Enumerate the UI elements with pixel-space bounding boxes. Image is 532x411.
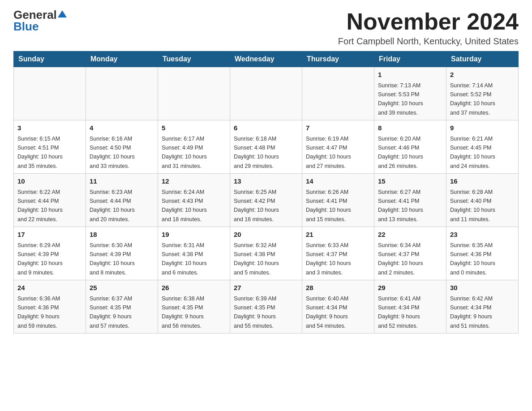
calendar-cell: 28Sunrise: 6:40 AMSunset: 4:34 PMDayligh… [302,280,374,334]
day-info: Sunrise: 7:13 AMSunset: 5:53 PMDaylight:… [378,82,423,116]
day-info: Sunrise: 6:20 AMSunset: 4:46 PMDaylight:… [378,136,423,169]
day-number: 5 [162,123,226,133]
day-info: Sunrise: 6:21 AMSunset: 4:45 PMDaylight:… [450,136,495,169]
location-title: Fort Campbell North, Kentucky, United St… [338,36,519,47]
weekday-header-row: SundayMondayTuesdayWednesdayThursdayFrid… [14,51,519,67]
day-number: 18 [90,230,154,240]
day-number: 25 [90,283,154,293]
day-info: Sunrise: 6:32 AMSunset: 4:38 PMDaylight:… [234,242,279,276]
calendar-week-row: 17Sunrise: 6:29 AMSunset: 4:39 PMDayligh… [14,227,519,280]
calendar-cell: 20Sunrise: 6:32 AMSunset: 4:38 PMDayligh… [230,227,302,280]
calendar-cell: 16Sunrise: 6:28 AMSunset: 4:40 PMDayligh… [446,174,519,227]
logo-blue-text: Blue [13,21,39,32]
day-number: 29 [378,283,442,293]
day-info: Sunrise: 6:28 AMSunset: 4:40 PMDaylight:… [450,189,495,223]
calendar-cell: 3Sunrise: 6:15 AMSunset: 4:51 PMDaylight… [14,120,86,174]
day-info: Sunrise: 7:14 AMSunset: 5:52 PMDaylight:… [450,82,495,116]
day-info: Sunrise: 6:40 AMSunset: 4:34 PMDaylight:… [306,295,348,329]
day-number: 11 [90,176,154,187]
day-info: Sunrise: 6:22 AMSunset: 4:44 PMDaylight:… [17,189,63,223]
day-info: Sunrise: 6:17 AMSunset: 4:49 PMDaylight:… [162,136,207,169]
day-info: Sunrise: 6:31 AMSunset: 4:38 PMDaylight:… [162,242,207,276]
day-number: 19 [162,230,226,240]
calendar-week-row: 10Sunrise: 6:22 AMSunset: 4:44 PMDayligh… [14,174,519,227]
calendar-cell: 10Sunrise: 6:22 AMSunset: 4:44 PMDayligh… [14,174,86,227]
day-info: Sunrise: 6:27 AMSunset: 4:41 PMDaylight:… [378,189,423,223]
calendar-cell: 7Sunrise: 6:19 AMSunset: 4:47 PMDaylight… [302,120,374,174]
calendar-cell: 6Sunrise: 6:18 AMSunset: 4:48 PMDaylight… [230,120,302,174]
day-number: 4 [90,123,154,133]
calendar-cell: 17Sunrise: 6:29 AMSunset: 4:39 PMDayligh… [14,227,86,280]
weekday-header-saturday: Saturday [446,51,519,67]
calendar-cell: 9Sunrise: 6:21 AMSunset: 4:45 PMDaylight… [446,120,519,174]
day-number: 10 [17,176,82,187]
calendar-cell: 1Sunrise: 7:13 AMSunset: 5:53 PMDaylight… [374,67,446,120]
calendar-week-row: 24Sunrise: 6:36 AMSunset: 4:36 PMDayligh… [14,280,519,334]
header: General Blue November 2024 Fort Campbell… [13,9,519,47]
day-number: 12 [162,176,226,187]
calendar-cell: 15Sunrise: 6:27 AMSunset: 4:41 PMDayligh… [374,174,446,227]
calendar-cell [158,67,230,120]
day-number: 22 [378,230,442,240]
calendar-header: SundayMondayTuesdayWednesdayThursdayFrid… [14,51,519,67]
day-info: Sunrise: 6:18 AMSunset: 4:48 PMDaylight:… [234,136,279,169]
calendar-cell: 25Sunrise: 6:37 AMSunset: 4:35 PMDayligh… [86,280,158,334]
day-number: 1 [378,70,442,80]
weekday-header-thursday: Thursday [302,51,374,67]
calendar-cell: 30Sunrise: 6:42 AMSunset: 4:34 PMDayligh… [446,280,519,334]
calendar-cell: 4Sunrise: 6:16 AMSunset: 4:50 PMDaylight… [86,120,158,174]
weekday-header-monday: Monday [86,51,158,67]
day-info: Sunrise: 6:19 AMSunset: 4:47 PMDaylight:… [306,136,351,169]
day-number: 2 [450,70,515,80]
day-info: Sunrise: 6:24 AMSunset: 4:43 PMDaylight:… [162,189,207,223]
logo: General Blue [13,9,67,32]
day-info: Sunrise: 6:25 AMSunset: 4:42 PMDaylight:… [234,189,279,223]
weekday-header-sunday: Sunday [14,51,86,67]
day-number: 9 [450,123,515,133]
calendar-table: SundayMondayTuesdayWednesdayThursdayFrid… [13,51,519,334]
calendar-week-row: 3Sunrise: 6:15 AMSunset: 4:51 PMDaylight… [14,120,519,174]
day-info: Sunrise: 6:41 AMSunset: 4:34 PMDaylight:… [378,295,420,329]
calendar-cell: 19Sunrise: 6:31 AMSunset: 4:38 PMDayligh… [158,227,230,280]
day-info: Sunrise: 6:33 AMSunset: 4:37 PMDaylight:… [306,242,351,276]
calendar-cell: 24Sunrise: 6:36 AMSunset: 4:36 PMDayligh… [14,280,86,334]
day-info: Sunrise: 6:36 AMSunset: 4:36 PMDaylight:… [17,295,60,329]
day-info: Sunrise: 6:35 AMSunset: 4:36 PMDaylight:… [450,242,495,276]
weekday-header-tuesday: Tuesday [158,51,230,67]
day-number: 20 [234,230,298,240]
calendar-cell: 29Sunrise: 6:41 AMSunset: 4:34 PMDayligh… [374,280,446,334]
day-number: 8 [378,123,442,133]
calendar-week-row: 1Sunrise: 7:13 AMSunset: 5:53 PMDaylight… [14,67,519,120]
day-info: Sunrise: 6:38 AMSunset: 4:35 PMDaylight:… [162,295,204,329]
day-number: 27 [234,283,298,293]
day-number: 6 [234,123,298,133]
calendar-cell: 22Sunrise: 6:34 AMSunset: 4:37 PMDayligh… [374,227,446,280]
day-number: 3 [17,123,82,133]
day-number: 30 [450,283,515,293]
day-number: 21 [306,230,370,240]
logo-triangle-icon [58,10,67,17]
calendar-cell: 11Sunrise: 6:23 AMSunset: 4:44 PMDayligh… [86,174,158,227]
day-info: Sunrise: 6:23 AMSunset: 4:44 PMDaylight:… [90,189,135,223]
calendar-cell [86,67,158,120]
day-number: 24 [17,283,82,293]
day-info: Sunrise: 6:15 AMSunset: 4:51 PMDaylight:… [17,136,63,169]
calendar-cell: 21Sunrise: 6:33 AMSunset: 4:37 PMDayligh… [302,227,374,280]
day-number: 28 [306,283,370,293]
day-number: 16 [450,176,515,187]
calendar-cell: 18Sunrise: 6:30 AMSunset: 4:39 PMDayligh… [86,227,158,280]
calendar-cell: 14Sunrise: 6:26 AMSunset: 4:41 PMDayligh… [302,174,374,227]
title-area: November 2024 Fort Campbell North, Kentu… [338,9,519,47]
month-title: November 2024 [338,9,519,34]
day-info: Sunrise: 6:26 AMSunset: 4:41 PMDaylight:… [306,189,351,223]
day-info: Sunrise: 6:42 AMSunset: 4:34 PMDaylight:… [450,295,493,329]
day-number: 14 [306,176,370,187]
day-number: 26 [162,283,226,293]
calendar-body: 1Sunrise: 7:13 AMSunset: 5:53 PMDaylight… [14,67,519,334]
day-info: Sunrise: 6:16 AMSunset: 4:50 PMDaylight:… [90,136,135,169]
day-info: Sunrise: 6:34 AMSunset: 4:37 PMDaylight:… [378,242,423,276]
day-info: Sunrise: 6:29 AMSunset: 4:39 PMDaylight:… [17,242,63,276]
calendar-cell: 26Sunrise: 6:38 AMSunset: 4:35 PMDayligh… [158,280,230,334]
weekday-header-wednesday: Wednesday [230,51,302,67]
day-number: 7 [306,123,370,133]
